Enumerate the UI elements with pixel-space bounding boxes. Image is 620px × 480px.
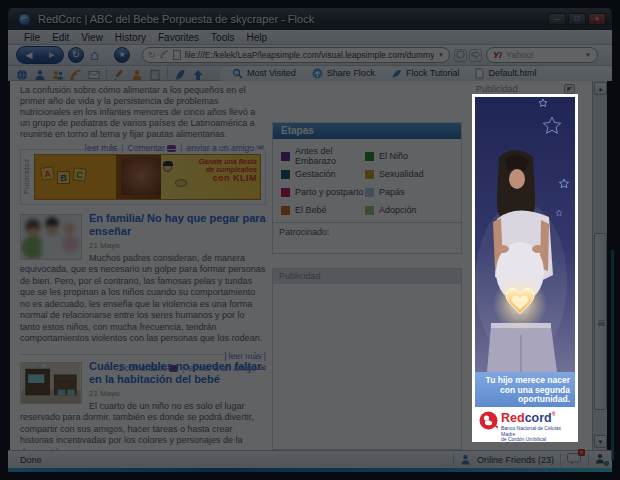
abc-block-a: A: [40, 166, 55, 181]
bookmark-flock-tutorial[interactable]: Flock Tutorial: [391, 68, 460, 79]
etapas-box: Etapas Antes del Embarazo Gestación Part…: [272, 122, 462, 228]
redcord-skyscraper-ad[interactable]: Tu hijo merece nacer con una segunda opo…: [472, 94, 578, 442]
my-world-icon[interactable]: [16, 67, 28, 79]
legend-swatch: [281, 170, 290, 179]
sponsored-box: Patrocinado:: [272, 222, 462, 254]
flock-app-icon: [18, 13, 31, 26]
media-accounts-icon[interactable]: [52, 67, 64, 79]
status-separator: [560, 454, 561, 466]
back-icon[interactable]: ◀: [25, 50, 32, 60]
menu-tools[interactable]: Tools: [205, 32, 240, 43]
legend-el-nino[interactable]: El Niño: [365, 151, 457, 161]
legend-sexualidad[interactable]: Sexualidad: [365, 169, 457, 179]
banner-ad-box: Publicidad A B C Gánate una fiesta de cu…: [20, 149, 266, 205]
legend-swatch: [365, 188, 374, 197]
messages-button[interactable]: ×: [567, 453, 582, 467]
bookmark-most-visited[interactable]: Most Visited: [232, 68, 296, 79]
people-icon[interactable]: [34, 67, 46, 79]
legend-adopcion[interactable]: Adopción: [365, 205, 457, 215]
article-room-thumbnail[interactable]: [20, 362, 82, 404]
photo-uploader-icon[interactable]: [131, 67, 143, 79]
banner-publicidad-label: Publicidad: [21, 150, 32, 204]
titlebar[interactable]: RedCorc | ABC del Bebe Porpuesta de skyc…: [8, 8, 612, 30]
status-separator: [453, 454, 454, 466]
online-friends-label[interactable]: Online Friends (23): [477, 455, 554, 465]
legend-swatch: [365, 152, 374, 161]
window-right-edge: [611, 250, 614, 460]
legend-el-bebe[interactable]: El Bebé: [281, 205, 365, 215]
article-body: El cuarto de un niño no es solo el lugar…: [20, 401, 254, 451]
klim-banner-ad[interactable]: A B C Gánate una fiesta de cumpleaños co…: [34, 154, 261, 200]
middle-ad-label: Publicidad: [273, 269, 461, 284]
buddy-icon[interactable]: [460, 454, 471, 465]
rss-feeds-icon[interactable]: [70, 67, 82, 79]
back-forward-buttons[interactable]: ◀ ▶: [16, 46, 64, 64]
menubar: File Edit View History Favorites Tools H…: [8, 30, 612, 45]
minimize-button[interactable]: –: [548, 13, 566, 25]
scroll-up-button[interactable]: ▲: [594, 82, 607, 95]
subscribe-button[interactable]: [454, 49, 467, 62]
search-placeholder[interactable]: Yahoo!: [506, 50, 581, 60]
legend-swatch: [365, 206, 374, 215]
nav-toolbar: ◀ ▶ ↻ ⌂ ★ ↻ file:///E:/kelek/LeaP/leapsi…: [8, 45, 612, 66]
close-button[interactable]: ×: [588, 13, 606, 25]
vertical-scrollbar[interactable]: ▲ ▼: [592, 81, 607, 450]
presence-button[interactable]: [595, 453, 606, 466]
url-bar[interactable]: ↻ file:///E:/kelek/LeaP/leapsimple.com/v…: [142, 47, 450, 63]
legend-gestacion[interactable]: Gestación: [281, 169, 365, 179]
magnifier-icon: [232, 68, 243, 79]
status-separator: [588, 454, 589, 466]
ad-headline: Tu hijo merece nacer con una segunda opo…: [475, 372, 575, 407]
window-title: RedCorc | ABC del Bebe Porpuesta de skyc…: [38, 13, 548, 25]
menu-history[interactable]: History: [109, 32, 152, 43]
web-clipboard-icon[interactable]: [149, 67, 161, 79]
scroll-down-button[interactable]: ▼: [594, 435, 607, 448]
article-divider: [20, 354, 266, 355]
legend-antes-del-embarazo[interactable]: Antes del Embarazo: [281, 146, 365, 166]
middle-ad-box: Publicidad: [272, 268, 462, 450]
menu-view[interactable]: View: [75, 32, 109, 43]
redcord-wordmark: Redcord®: [501, 411, 555, 425]
go-button[interactable]: [469, 49, 482, 62]
bookmark-share-flock[interactable]: Share Flock: [312, 68, 375, 79]
etapas-header: Etapas: [273, 123, 461, 139]
sky-expand-button[interactable]: ◤: [564, 84, 575, 94]
bookmarks-bar: Most Visited Share Flock Flock Tutorial …: [220, 66, 612, 81]
read-more-link[interactable]: | leer más |: [224, 351, 266, 361]
legend-swatch: [365, 170, 374, 179]
flock-bird-icon: [391, 68, 402, 79]
bookmark-star-button[interactable]: ★: [114, 47, 130, 63]
pregnant-woman-image: [475, 97, 575, 372]
blog-pencil-icon[interactable]: [113, 67, 125, 79]
url-dropdown-icon[interactable]: ▼: [438, 52, 444, 58]
forward-icon[interactable]: ▶: [49, 51, 54, 59]
abc-block-c: C: [72, 167, 86, 181]
uploader-arrow-icon[interactable]: [192, 67, 204, 79]
legend-parto-y-postparto[interactable]: Parto y postparto: [281, 187, 365, 197]
webmail-icon[interactable]: [88, 67, 100, 79]
notification-badge: ×: [578, 449, 585, 456]
menu-edit[interactable]: Edit: [46, 32, 75, 43]
bookmark-default-html[interactable]: Default.html: [475, 68, 536, 79]
reload-button[interactable]: ↻: [68, 47, 84, 63]
menu-favorites[interactable]: Favorites: [152, 32, 205, 43]
status-text: Done: [14, 455, 453, 465]
legend-papas[interactable]: Papás: [365, 187, 457, 197]
search-bar[interactable]: Y! Yahoo! ▼: [486, 47, 598, 63]
home-button[interactable]: ⌂: [90, 46, 99, 64]
maximize-button[interactable]: □: [568, 13, 586, 25]
menu-help[interactable]: Help: [240, 32, 273, 43]
intro-paragraph: La confusión sobre cómo alimentar a los …: [20, 85, 264, 154]
abc-block-b: B: [57, 171, 70, 184]
search-dropdown-icon[interactable]: ▼: [585, 52, 591, 58]
sky-publicidad-label: Publicidad: [476, 84, 518, 94]
menu-file[interactable]: File: [18, 32, 46, 43]
blog-editor-feather-icon[interactable]: [174, 67, 186, 79]
article-family-thumbnail[interactable]: [20, 214, 82, 260]
scrollbar-thumb[interactable]: [594, 233, 607, 410]
page-icon: [475, 68, 484, 79]
url-text[interactable]: file:///E:/kelek/LeaP/leapsimple.com/vis…: [185, 50, 435, 60]
legend-swatch: [281, 206, 290, 215]
page-reload-icon[interactable]: ↻: [148, 50, 156, 60]
feed-icon[interactable]: [160, 50, 169, 61]
